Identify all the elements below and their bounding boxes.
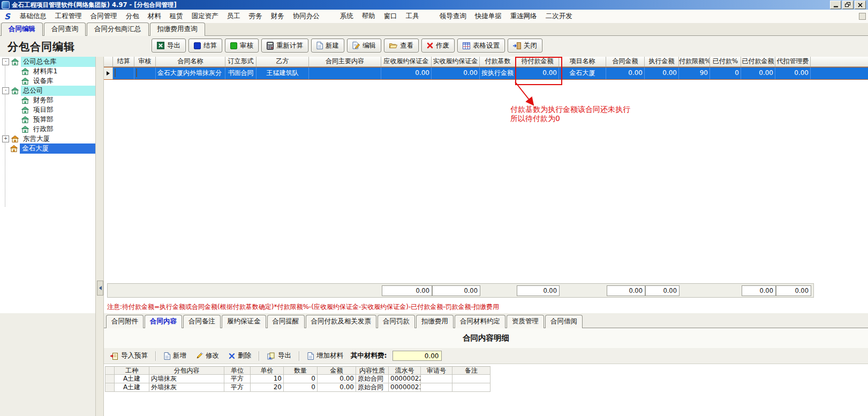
menu-reconnect[interactable]: 重连网络	[506, 10, 541, 22]
col-contract-amount[interactable]: 合同金额	[606, 57, 645, 66]
detail-col-serial-no[interactable]: 流水号	[389, 366, 421, 375]
col-contract-name[interactable]: 合同名称	[156, 57, 225, 66]
tab-contract-borrowing[interactable]: 合同借阅	[545, 315, 583, 328]
material-fee-input[interactable]	[393, 351, 442, 361]
col-executed-amount[interactable]: 执行金额	[645, 57, 679, 66]
tree-item-company-warehouse[interactable]: - 公司总仓库	[0, 57, 95, 66]
mdi-child-button[interactable]	[859, 13, 866, 20]
menu-window[interactable]: 窗口	[380, 10, 402, 22]
collapse-icon[interactable]: -	[2, 58, 9, 65]
tab-withhold-fee-query[interactable]: 扣缴费用查询	[150, 22, 205, 36]
menu-fixed-assets[interactable]: 固定资产	[187, 10, 223, 22]
col-settle[interactable]: 结算	[113, 57, 134, 66]
menu-secondary-dev[interactable]: 二次开发	[541, 10, 577, 22]
menu-collaboration[interactable]: 协同办公	[289, 10, 324, 22]
splitter-collapse-button[interactable]	[97, 281, 103, 296]
tab-contract-query[interactable]: 合同查询	[44, 22, 86, 36]
tab-performance-deposit[interactable]: 履约保证金	[222, 315, 266, 328]
col-received-deposit[interactable]: 实收履约保证金	[432, 57, 480, 66]
detail-col-quantity[interactable]: 数量	[284, 366, 318, 375]
tree-item-equipment-store[interactable]: 设备库	[0, 76, 95, 86]
menu-basic-info[interactable]: 基础信息	[16, 10, 51, 22]
tree-item-finance-dept[interactable]: 财务部	[0, 95, 95, 105]
void-button[interactable]: 作废	[421, 39, 455, 52]
menu-help[interactable]: 帮助	[358, 10, 380, 22]
tree-grid-splitter[interactable]	[95, 57, 104, 416]
tree-item-jinshi-building[interactable]: 金石大厦	[0, 143, 95, 153]
detail-col-remark[interactable]: 备注	[452, 366, 490, 375]
close-page-button[interactable]: 关闭	[508, 39, 542, 52]
tab-contract-penalty[interactable]: 合同罚款	[378, 315, 415, 328]
tab-contract-attachments[interactable]: 合同附件	[106, 315, 144, 328]
tree-item-project-dept[interactable]: 项目部	[0, 105, 95, 115]
tree-item-dongying-building[interactable]: + 东营大厦	[0, 134, 95, 143]
detail-col-trade[interactable]: 工种	[115, 366, 149, 375]
delete-row-button[interactable]: 删除	[227, 350, 253, 361]
col-form[interactable]: 订立形式	[225, 57, 256, 66]
col-paid-pct[interactable]: 已付款%	[710, 57, 741, 66]
tree-item-head-office[interactable]: - 总公司	[0, 86, 95, 95]
tab-withhold-fees[interactable]: 扣缴费用	[416, 315, 454, 328]
tab-contract-edit[interactable]: 合同编辑	[1, 22, 43, 36]
settle-checkbox[interactable]	[115, 69, 116, 77]
tab-contract-content[interactable]: 合同内容	[145, 315, 182, 328]
menu-tools[interactable]: 工具	[402, 10, 424, 22]
menu-system[interactable]: 系统	[336, 10, 358, 22]
col-payment-limit-pct[interactable]: 付款限额%	[679, 57, 710, 66]
export-detail-button[interactable]: 导出	[265, 350, 293, 361]
restore-button[interactable]	[842, 1, 854, 9]
col-audit[interactable]: 审核	[134, 57, 156, 66]
close-button[interactable]	[855, 1, 866, 9]
tab-subcontractor-summary[interactable]: 合同分包商汇总	[87, 22, 149, 36]
audit-checkbox[interactable]	[136, 69, 137, 77]
detail-row[interactable]: A土建 内墙抹灰 平方 10 0 0.00 原始合同 00000022	[105, 375, 490, 383]
menu-employee[interactable]: 员工	[223, 10, 245, 22]
detail-row[interactable]: A土建 外墙抹灰 平方 20 0 0.00 原始合同 00000023	[105, 383, 490, 392]
menu-subcontract[interactable]: 分包	[122, 10, 144, 22]
contract-row-selected[interactable]: 金石大厦内外墙抹灰分 书面合同 王猛建筑队 0.00 0.00 按执行金额 0.…	[104, 67, 868, 80]
detail-col-unit-price[interactable]: 单价	[251, 366, 284, 375]
new-button[interactable]: 新建	[311, 39, 344, 52]
tab-payments-invoices[interactable]: 合同付款及相关发票	[306, 315, 377, 328]
view-button[interactable]: 查看	[384, 39, 419, 52]
detail-col-amount[interactable]: 金额	[318, 366, 356, 375]
export-button[interactable]: 导出	[152, 39, 186, 52]
tree-item-admin-dept[interactable]: 行政部	[0, 124, 95, 134]
add-material-button[interactable]: 增加材料	[305, 350, 345, 361]
col-receivable-deposit[interactable]: 应收履约保证金	[381, 57, 432, 66]
tree-item-budget-dept[interactable]: 预算部	[0, 115, 95, 124]
col-withheld-mgmt-fee[interactable]: 代扣管理费	[775, 57, 811, 66]
tree-item-material-store[interactable]: 材料库1	[0, 66, 95, 76]
edit-button[interactable]: 编辑	[347, 39, 381, 52]
menu-finance[interactable]: 财务	[267, 10, 289, 22]
menu-quick-docs[interactable]: 快捷单据	[471, 10, 506, 22]
col-main-content[interactable]: 合同主要内容	[309, 57, 381, 66]
menu-leader-query[interactable]: 领导查询	[435, 10, 471, 22]
menu-labor[interactable]: 劳务	[245, 10, 267, 22]
import-budget-button[interactable]: 导入预算	[108, 350, 150, 361]
detail-col-unit[interactable]: 单位	[224, 366, 251, 375]
col-payable-amount[interactable]: 待付款金额	[516, 57, 559, 66]
minimize-button[interactable]	[830, 1, 841, 9]
col-paid-amount[interactable]: 已付款金额	[741, 57, 775, 66]
tab-material-agreement[interactable]: 合同材料约定	[455, 315, 505, 328]
detail-col-content-nature[interactable]: 内容性质	[356, 366, 389, 375]
tab-qualification-mgmt[interactable]: 资质管理	[507, 315, 544, 328]
detail-col-subcontract-content[interactable]: 分包内容	[149, 366, 224, 375]
menu-project-mgmt[interactable]: 工程管理	[51, 10, 86, 22]
col-party-b[interactable]: 乙方	[256, 57, 309, 66]
add-row-button[interactable]: 新增	[162, 350, 188, 361]
table-settings-button[interactable]: 表格设置	[457, 39, 505, 52]
detail-col-request-no[interactable]: 审请号	[421, 366, 452, 375]
col-project-name[interactable]: 项目名称	[559, 57, 606, 66]
expand-icon[interactable]: +	[2, 135, 9, 142]
menu-lease[interactable]: 租赁	[165, 10, 187, 22]
collapse-icon[interactable]: -	[2, 87, 9, 94]
modify-row-button[interactable]: 修改	[194, 350, 221, 361]
settle-button[interactable]: 结算	[188, 39, 222, 52]
audit-button[interactable]: 审核	[225, 39, 259, 52]
menu-contract-mgmt[interactable]: 合同管理	[86, 10, 122, 22]
tab-contract-remarks[interactable]: 合同备注	[183, 315, 221, 328]
col-payment-base[interactable]: 付款基数	[480, 57, 516, 66]
menu-material[interactable]: 材料	[144, 10, 165, 22]
